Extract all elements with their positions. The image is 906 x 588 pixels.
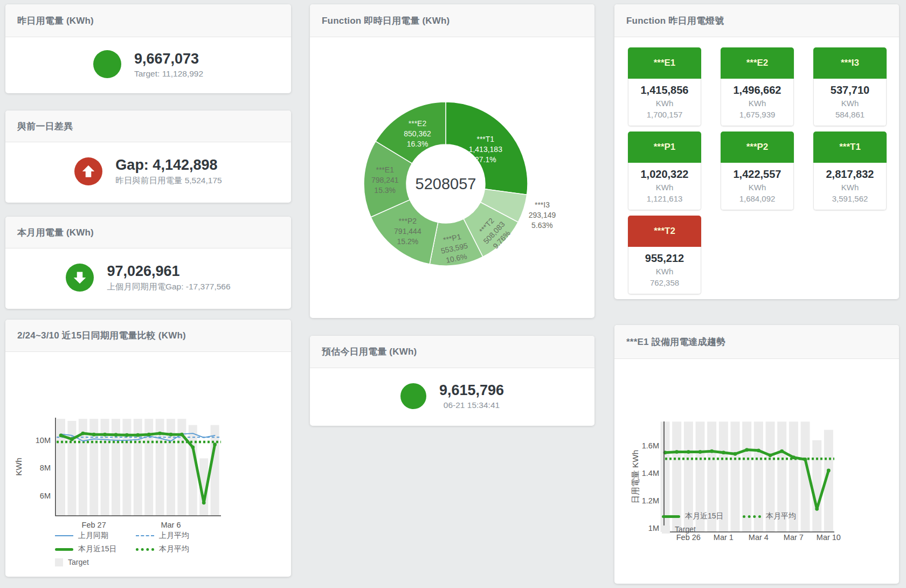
light-tile-E1: ***E11,415,856KWh1,700,157 <box>628 47 701 126</box>
donut-chart-canvas[interactable]: ***T11,413,18327.1%***I3293,1495.63%***T… <box>310 37 594 318</box>
tile-status-header: ***T2 <box>628 216 701 247</box>
green-line-swatch-icon <box>55 548 73 551</box>
legend-item-target[interactable]: Target <box>662 525 743 534</box>
green-dot-swatch-icon <box>136 548 154 551</box>
series-point[interactable] <box>136 433 140 437</box>
light-tile-T1: ***T12,817,832KWh3,591,562 <box>813 132 887 210</box>
series-point[interactable] <box>158 432 162 435</box>
series-point[interactable] <box>827 468 831 472</box>
series-point[interactable] <box>769 453 772 457</box>
legend-item-target[interactable]: Target <box>55 558 136 566</box>
legend-item-last-month-average[interactable]: 上月平均 <box>136 531 217 541</box>
tile-status-header: ***E2 <box>721 47 794 79</box>
tile-target-value: 1,700,157 <box>630 110 700 119</box>
y-tick-label: 1M <box>648 524 659 532</box>
gray-square-swatch-icon <box>662 525 670 534</box>
gray-square-swatch-icon <box>55 558 63 566</box>
tile-value: 2,817,832 <box>815 168 885 181</box>
series-point[interactable] <box>722 451 725 454</box>
card-header: Function 昨日用電燈號 <box>614 4 899 37</box>
tile-status-header: ***E1 <box>628 47 701 79</box>
blue-dash-swatch-icon <box>136 535 154 536</box>
series-point[interactable] <box>213 442 217 446</box>
light-tile-I3: ***I3537,710KWh584,861 <box>813 47 887 126</box>
series-point[interactable] <box>59 434 63 438</box>
y-axis-label: 日用電量 KWh <box>631 450 640 504</box>
tile-target-value: 1,121,613 <box>630 194 700 203</box>
series-point[interactable] <box>804 458 807 461</box>
tile-target-value: 1,675,939 <box>722 110 792 119</box>
card-function-status-lights: Function 昨日用電燈號 ***E11,415,856KWh1,700,1… <box>614 4 899 299</box>
series-point[interactable] <box>103 433 107 437</box>
card-yesterday-usage: 昨日用電量 (KWh) 9,667,073 Target: 11,128,992 <box>5 4 291 93</box>
card-title: Function 即時日用電量 (KWh) <box>322 15 449 27</box>
series-point[interactable] <box>757 448 760 452</box>
card-title: 2/24~3/10 近15日同期用電量比較 (KWh) <box>17 329 186 342</box>
tile-target-value: 762,358 <box>630 278 700 287</box>
legend-item-this-month-average[interactable]: 本月平均 <box>743 511 824 521</box>
series-point[interactable] <box>92 433 96 437</box>
series-point[interactable] <box>780 449 784 453</box>
donut-slice-T1[interactable] <box>446 102 528 195</box>
yesterday-usage-target: Target: 11,128,992 <box>134 69 203 79</box>
trend-chart-legend: 本月近15日 本月平均 Target <box>662 511 824 537</box>
tile-unit: KWh <box>630 267 700 276</box>
series-point[interactable] <box>147 433 151 437</box>
tile-status-header: ***I3 <box>813 47 887 79</box>
compare-chart-canvas[interactable]: 6M8M10MFeb 27Mar 6KWh <box>5 352 291 532</box>
light-tile-P1: ***P11,020,322KWh1,121,613 <box>628 132 701 210</box>
estimate-timestamp: 06-21 15:34:41 <box>439 400 504 410</box>
series-point[interactable] <box>169 433 173 437</box>
tile-unit: KWh <box>815 183 885 192</box>
series-point[interactable] <box>70 438 74 441</box>
legend-item-last-month-same-period[interactable]: 上月同期 <box>55 531 136 541</box>
card-e1-trend-chart: ***E1 設備用電達成趨勢 1M1.2M1.4M1.6MFeb 26Mar 1… <box>614 325 899 584</box>
target-bar[interactable] <box>57 419 65 516</box>
legend-item-this-month-15days[interactable]: 本月近15日 <box>662 511 743 521</box>
card-header: ***E1 設備用電達成趨勢 <box>614 325 899 359</box>
series-point[interactable] <box>710 449 714 453</box>
series-point[interactable] <box>734 452 737 456</box>
series-point[interactable] <box>815 507 819 511</box>
green-line-swatch-icon <box>662 515 680 518</box>
card-month-usage: 本月用電量 (KWh) 97,026,961 上個月同期用電Gap: -17,3… <box>5 217 291 309</box>
card-function-realtime-donut: Function 即時日用電量 (KWh) ***T11,413,18327.1… <box>310 4 594 318</box>
blue-line-swatch-icon <box>55 535 73 536</box>
series-point[interactable] <box>81 432 85 435</box>
series-point[interactable] <box>675 450 679 454</box>
card-title: 昨日用電量 (KWh) <box>17 15 94 27</box>
series-point[interactable] <box>202 501 206 504</box>
legend-item-this-month-15days[interactable]: 本月近15日 <box>55 544 136 554</box>
series-point[interactable] <box>125 433 129 437</box>
series-point[interactable] <box>745 448 749 452</box>
series-point[interactable] <box>191 445 195 449</box>
tile-status-header: ***P1 <box>628 132 701 163</box>
legend-label: 本月近15日 <box>78 544 117 554</box>
card-title: 預估今日用電量 (KWh) <box>322 345 417 358</box>
target-bar[interactable] <box>189 425 197 516</box>
y-tick-label: 8M <box>40 464 51 472</box>
series-point[interactable] <box>180 433 184 437</box>
series-point[interactable] <box>792 455 796 459</box>
series-point[interactable] <box>698 450 702 454</box>
card-header: 與前一日差異 <box>5 110 291 142</box>
y-tick-label: 10M <box>36 436 51 445</box>
status-circle-icon <box>400 383 426 409</box>
light-tile-E2: ***E21,496,662KWh1,675,939 <box>721 47 794 126</box>
card-day-gap: 與前一日差異 Gap: 4,142,898 昨日與前日用電量 5,524,175 <box>5 110 291 203</box>
tile-value: 1,422,557 <box>722 168 792 181</box>
arrow-up-icon <box>74 157 102 185</box>
series-point[interactable] <box>114 433 118 437</box>
x-tick-label: Feb 27 <box>82 521 106 529</box>
legend-item-this-month-average[interactable]: 本月平均 <box>136 544 217 554</box>
yesterday-usage-value: 9,667,073 <box>134 50 203 67</box>
series-point[interactable] <box>687 450 690 454</box>
target-bar[interactable] <box>211 425 219 516</box>
legend-label: 本月平均 <box>159 544 189 554</box>
tile-unit: KWh <box>630 99 700 108</box>
tile-status-header: ***P2 <box>721 132 794 163</box>
card-compare-chart: 2/24~3/10 近15日同期用電量比較 (KWh) 6M8M10MFeb 2… <box>5 320 291 577</box>
card-estimate-today: 預估今日用電量 (KWh) 9,615,796 06-21 15:34:41 <box>310 336 594 426</box>
card-title: Function 昨日用電燈號 <box>626 15 724 27</box>
card-title: 本月用電量 (KWh) <box>17 226 94 239</box>
